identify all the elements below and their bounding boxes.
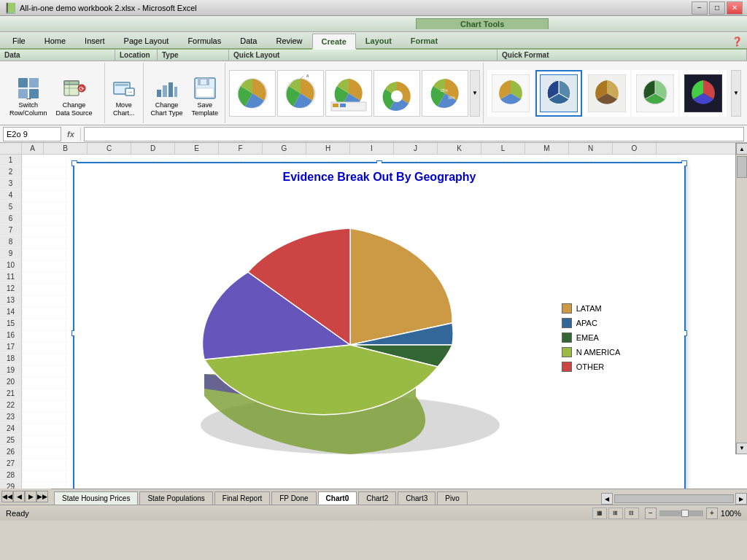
svg-rect-21 — [201, 79, 206, 85]
layout-thumb-1[interactable] — [229, 70, 276, 117]
svg-line-25 — [301, 76, 303, 79]
svg-rect-16 — [163, 85, 167, 97]
change-chart-type-label: ChangeChart Type — [151, 101, 183, 117]
tab-prev-button[interactable]: ◀ — [13, 491, 25, 502]
change-data-source-button[interactable]: ⟳ ChangeData Source — [53, 72, 96, 122]
tab-pivo[interactable]: Pivo — [437, 491, 467, 505]
tab-home[interactable]: Home — [35, 32, 75, 48]
maximize-button[interactable]: □ — [709, 1, 725, 15]
tab-state-populations[interactable]: State Populations — [139, 491, 212, 505]
tab-page-layout[interactable]: Page Layout — [115, 32, 179, 48]
tab-format[interactable]: Format — [401, 32, 447, 48]
v-scroll-down[interactable]: ▼ — [736, 443, 747, 454]
layout-thumb-3[interactable] — [325, 70, 372, 117]
chart-container[interactable]: Evidence Break Out By Geography — [73, 162, 686, 489]
col-header-n[interactable]: N — [569, 143, 613, 154]
format-thumb-5[interactable] — [680, 70, 727, 117]
tab-next-button[interactable]: ▶ — [25, 491, 36, 502]
col-header-o[interactable]: O — [613, 143, 657, 154]
tab-layout[interactable]: Layout — [356, 32, 401, 48]
format-thumb-2[interactable] — [535, 70, 582, 117]
tab-fp-done[interactable]: FP Done — [271, 491, 316, 505]
tab-chart3[interactable]: Chart3 — [398, 491, 436, 505]
function-button[interactable]: fx — [64, 130, 77, 139]
save-template-button[interactable]: SaveTemplate — [187, 72, 222, 122]
minimize-button[interactable]: − — [692, 1, 708, 15]
tab-chart2[interactable]: Chart2 — [358, 491, 396, 505]
formula-bar: E2o 9 fx — [0, 125, 747, 143]
v-scroll-up[interactable]: ▲ — [736, 143, 747, 155]
row-7: 7 — [0, 225, 21, 236]
tab-formulas[interactable]: Formulas — [178, 32, 231, 48]
col-header-g[interactable]: G — [263, 143, 306, 154]
ready-status: Ready — [6, 509, 29, 518]
col-header-l[interactable]: L — [481, 143, 525, 154]
tab-file[interactable]: File — [3, 32, 35, 48]
format-thumb-4[interactable] — [632, 70, 678, 117]
h-scroll-thumb[interactable] — [614, 494, 734, 503]
tab-last-button[interactable]: ▶▶ — [36, 491, 48, 502]
help-icon[interactable]: ❓ — [727, 35, 747, 48]
change-chart-type-button[interactable]: ChangeChart Type — [147, 72, 187, 122]
zoom-in-button[interactable]: + — [706, 508, 718, 519]
col-header-e[interactable]: E — [175, 143, 219, 154]
zoom-level: 100% — [721, 509, 741, 518]
format-thumb-3[interactable] — [584, 70, 630, 117]
col-header-d[interactable]: D — [131, 143, 175, 154]
row-6: 6 — [0, 213, 21, 225]
layout-thumb-4[interactable] — [374, 70, 420, 117]
legend-color-latam — [562, 303, 572, 314]
col-header-j[interactable]: J — [394, 143, 438, 154]
svg-rect-17 — [169, 82, 173, 97]
name-box[interactable]: E2o 9 — [3, 127, 61, 141]
tab-insert[interactable]: Insert — [75, 32, 115, 48]
switch-row-column-button[interactable]: ⇄ SwitchRow/Column — [6, 72, 51, 122]
zoom-slider[interactable] — [659, 510, 703, 516]
tab-data[interactable]: Data — [231, 32, 266, 48]
tab-state-housing-prices[interactable]: State Housing Prices — [54, 491, 138, 505]
col-header-b[interactable]: B — [44, 143, 88, 154]
tab-first-button[interactable]: ◀◀ — [1, 491, 13, 502]
col-header-a[interactable]: A — [22, 143, 44, 154]
zoom-out-button[interactable]: − — [645, 508, 657, 519]
col-header-h[interactable]: H — [306, 143, 350, 154]
svg-text:30%: 30% — [448, 96, 456, 100]
h-scroll-right[interactable]: ▶ — [735, 493, 747, 505]
layout-scroll-down[interactable]: ▼ — [470, 70, 480, 117]
legend-other: OTHER — [562, 362, 621, 372]
chart-tools-label: Chart Tools — [416, 18, 549, 29]
column-headers: A B C D E F G H I J K L M N O — [0, 143, 747, 155]
horizontal-scrollbar[interactable]: ◀ ▶ — [601, 493, 747, 505]
page-layout-view-button[interactable]: ⊞ — [608, 508, 623, 519]
normal-view-button[interactable]: ▦ — [592, 508, 607, 519]
layout-thumb-2[interactable]: A — [277, 70, 324, 117]
formula-input[interactable] — [84, 127, 744, 141]
layout-thumb-5[interactable]: 25% 30% — [422, 70, 468, 117]
cells-area[interactable]: Evidence Break Out By Geography — [22, 155, 747, 489]
vertical-scrollbar[interactable]: ▲ ▼ — [735, 143, 747, 454]
h-scroll-left[interactable]: ◀ — [601, 493, 613, 505]
tab-final-report[interactable]: Final Report — [214, 491, 270, 505]
row-10: 10 — [0, 260, 21, 271]
tab-review[interactable]: Review — [266, 32, 311, 48]
move-chart-button[interactable]: → MoveChart... — [109, 72, 139, 122]
tab-create[interactable]: Create — [312, 34, 356, 50]
svg-rect-18 — [174, 87, 177, 97]
page-break-view-button[interactable]: ⊟ — [624, 508, 639, 519]
chart-area: LATAM APAC EMEA — [82, 190, 677, 486]
row-14: 14 — [0, 306, 21, 318]
tab-chart0[interactable]: Chart0 — [318, 491, 357, 505]
pie-chart — [139, 199, 547, 476]
row-21: 21 — [0, 388, 21, 400]
col-header-c[interactable]: C — [88, 143, 131, 154]
close-button[interactable]: ✕ — [727, 1, 743, 15]
col-header-i[interactable]: I — [350, 143, 394, 154]
v-scroll-thumb[interactable] — [737, 156, 747, 178]
format-thumb-1[interactable] — [487, 70, 534, 117]
zoom-thumb[interactable] — [681, 510, 689, 517]
chart-inner: Evidence Break Out By Geography — [74, 163, 684, 489]
format-scroll-down[interactable]: ▼ — [731, 70, 741, 117]
col-header-f[interactable]: F — [219, 143, 263, 154]
col-header-k[interactable]: K — [438, 143, 481, 154]
col-header-m[interactable]: M — [525, 143, 569, 154]
